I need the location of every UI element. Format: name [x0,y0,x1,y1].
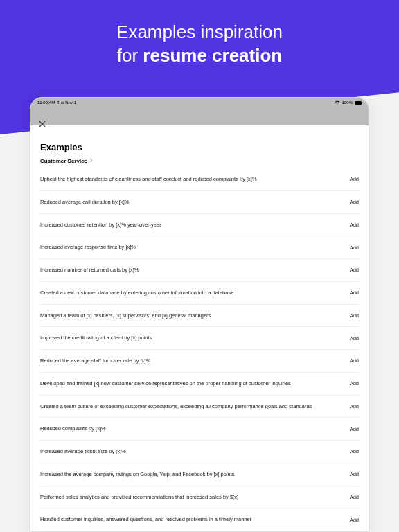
example-row: Improved the credit rating of a client b… [40,327,359,350]
hero-line1: Examples inspiration [116,21,283,42]
add-button[interactable]: Add [350,426,359,432]
examples-modal: Examples Customer Service Upheld the hig… [30,125,369,531]
add-button[interactable]: Add [350,267,359,273]
example-text: Improved the credit rating of a client b… [40,335,343,342]
add-button[interactable]: Add [350,290,359,296]
example-row: Increased number of returned calls by [x… [40,259,359,282]
example-row: Reduced complaints by [x]%Add [40,418,359,441]
examples-list: Upheld the highest standards of cleanlin… [40,168,359,531]
hero-line2-bold: resume creation [143,45,282,66]
add-button[interactable]: Add [350,176,359,182]
status-time: 11:00 AM [37,100,55,105]
example-text: Created a new customer database by enter… [40,290,343,296]
example-text: Reduced average call duration by [x]% [40,199,343,206]
nav-bar [30,107,369,125]
add-button[interactable]: Add [350,199,359,205]
chevron-right-icon [89,158,93,164]
category-selector[interactable]: Customer Service [40,158,359,168]
example-row: Created a new customer database by enter… [40,282,359,305]
close-icon[interactable] [39,120,46,130]
tablet-frame: 11:00 AM Tue Nov 1 100% Examples Custome… [30,97,369,532]
example-row: Developed and trained [x] new customer s… [40,373,359,396]
example-text: Increased average response time by [x]% [40,244,343,251]
example-text: Upheld the highest standards of cleanlin… [40,176,343,183]
wifi-icon [335,100,340,105]
add-button[interactable]: Add [350,448,359,454]
add-button[interactable]: Add [350,357,359,364]
example-row: Increased average ticket size by [x]%Add [40,441,359,463]
hero-title: Examples inspiration for resume creation [0,0,399,68]
hero-line2-prefix: for [117,45,143,66]
example-text: Created a team culture of exceeding cust… [40,403,343,410]
example-row: Created a team culture of exceeding cust… [40,396,359,418]
example-text: Developed and trained [x] new customer s… [40,380,343,387]
add-button[interactable]: Add [350,335,359,342]
example-row: Handled customer inquiries, answered que… [40,508,359,531]
add-button[interactable]: Add [350,517,359,523]
add-button[interactable]: Add [350,494,359,500]
battery-icon [355,101,362,105]
battery-percent: 100% [342,100,353,105]
add-button[interactable]: Add [350,312,359,319]
example-text: Handled customer inquiries, answered que… [40,516,343,523]
example-text: Increased the average company ratings on… [40,471,343,478]
example-row: Reduced the average staff turnover rate … [40,350,359,373]
example-row: Upheld the highest standards of cleanlin… [40,168,359,191]
add-button[interactable]: Add [350,403,359,409]
status-date: Tue Nov 1 [57,100,76,105]
example-row: Increased customer retention by [x]% yea… [40,214,359,237]
example-text: Reduced the average staff turnover rate … [40,357,343,364]
example-row: Managed a team of [x] cashiers, [x] supe… [40,305,359,328]
status-bar: 11:00 AM Tue Nov 1 100% [30,98,369,107]
example-row: Performed sales analytics and provided r… [40,486,359,509]
example-row: Increased the average company ratings on… [40,463,359,486]
add-button[interactable]: Add [350,471,359,477]
add-button[interactable]: Add [350,245,359,251]
add-button[interactable]: Add [350,380,359,387]
example-text: Managed a team of [x] cashiers, [x] supe… [40,312,343,319]
example-text: Increased average ticket size by [x]% [40,448,343,455]
modal-title: Examples [40,142,359,152]
example-row: Increased average response time by [x]%A… [40,236,359,259]
example-text: Performed sales analytics and provided r… [40,494,343,501]
example-text: Reduced complaints by [x]% [40,425,343,432]
example-text: Increased number of returned calls by [x… [40,267,343,274]
category-label: Customer Service [40,158,87,164]
example-row: Reduced average call duration by [x]%Add [40,191,359,214]
add-button[interactable]: Add [350,222,359,228]
example-text: Increased customer retention by [x]% yea… [40,222,343,229]
